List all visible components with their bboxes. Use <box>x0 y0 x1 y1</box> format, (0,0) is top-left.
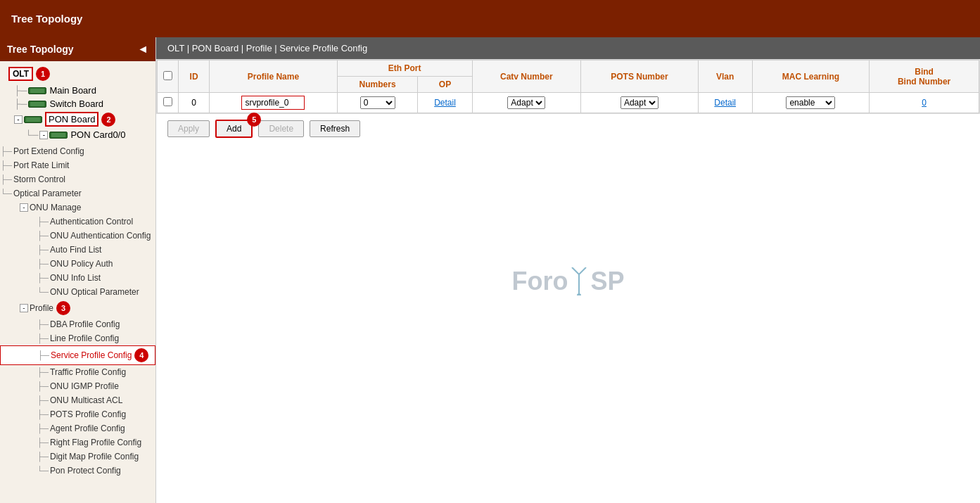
eth-op-detail-link[interactable]: Detail <box>434 98 456 108</box>
pon-card-icon <box>49 132 68 139</box>
pots-select[interactable]: Adapt 0 1 <box>621 96 658 109</box>
olt-item[interactable]: OLT 1 <box>6 65 151 82</box>
badge-4: 4 <box>134 348 148 362</box>
sidebar-item-dba-profile[interactable]: ├─ DBA Profile Config <box>0 317 155 331</box>
pon-card-expand[interactable]: - <box>39 131 48 139</box>
breadcrumb: OLT | PON Board | Profile | Service Prof… <box>156 37 980 59</box>
th-mac-learning: MAC Learning <box>752 61 869 93</box>
th-id: ID <box>179 61 210 93</box>
row-profile-name <box>210 93 338 113</box>
apply-button[interactable]: Apply <box>167 120 210 137</box>
svg-point-3 <box>577 293 581 295</box>
table-container[interactable]: ID Profile Name Eth Port Catv Number POT… <box>156 59 980 114</box>
th-pots-number: POTS Number <box>581 61 698 93</box>
sidebar-item-pon-protect[interactable]: └─ Pon Protect Config <box>0 464 155 478</box>
pon-board-item[interactable]: - PON Board 2 <box>11 110 155 128</box>
svg-line-1 <box>572 267 579 274</box>
vlan-detail-link[interactable]: Detail <box>714 98 736 108</box>
content-area: OLT | PON Board | Profile | Service Prof… <box>156 37 980 503</box>
service-profile-table: ID Profile Name Eth Port Catv Number POT… <box>157 60 979 113</box>
row-eth-numbers: 0 1 2 4 <box>337 93 418 113</box>
sidebar-item-right-flag[interactable]: ├─ Right Flag Profile Config <box>0 435 155 450</box>
watermark-right: SP <box>590 267 624 296</box>
top-header: Tree Topology <box>0 0 980 37</box>
profile-name-input[interactable] <box>241 96 305 110</box>
th-eth-numbers: Numbers <box>337 77 418 93</box>
sidebar-item-auth-control[interactable]: ├─ Authentication Control <box>0 215 155 229</box>
pon-board-icon <box>24 116 42 123</box>
th-eth-port: Eth Port <box>337 61 472 77</box>
catv-select[interactable]: Adapt 0 1 <box>507 96 545 109</box>
sidebar-item-service-profile[interactable]: ├─ Service Profile Config 4 <box>0 345 155 365</box>
main-board-icon <box>28 87 46 94</box>
delete-button[interactable]: Delete <box>258 120 304 137</box>
switch-board-item[interactable]: ├─ Switch Board <box>11 97 155 110</box>
action-bar: Apply Add 5 Delete Refresh <box>156 114 980 144</box>
pon-board-expand[interactable]: - <box>14 115 23 124</box>
sidebar-item-agent-profile[interactable]: ├─ Agent Profile Config <box>0 421 155 435</box>
row-checkbox-cell <box>158 93 179 113</box>
sidebar-item-onu-manage[interactable]: - ONU Manage <box>0 200 155 215</box>
sidebar-item-onu-igmp[interactable]: ├─ ONU IGMP Profile <box>0 379 155 393</box>
switch-board-icon <box>28 101 46 108</box>
app-title: Tree Topology <box>11 13 82 25</box>
watermark-left: Foro <box>511 267 568 296</box>
pon-card-item[interactable]: └─ - PON Card0/0 <box>23 128 155 141</box>
sidebar-item-onu-auth-config[interactable]: ├─ ONU Authentication Config <box>0 229 155 243</box>
sidebar-title: Tree Topology ◄ <box>0 37 155 61</box>
row-mac-learning: enable disable <box>752 93 869 113</box>
th-checkbox <box>158 61 179 93</box>
sidebar: Tree Topology ◄ OLT 1 ├─ Main Board ├─ <box>0 37 156 503</box>
profile-expand[interactable]: - <box>20 304 28 312</box>
row-eth-op: Detail <box>418 93 472 113</box>
sidebar-item-onu-optical[interactable]: └─ ONU Optical Parameter <box>0 285 155 299</box>
th-catv-number: Catv Number <box>472 61 581 93</box>
sidebar-item-optical-param[interactable]: └─ Optical Parameter <box>0 186 155 200</box>
row-catv: Adapt 0 1 <box>472 93 581 113</box>
sidebar-item-digit-map[interactable]: ├─ Digit Map Profile Config <box>0 450 155 464</box>
bind-number-link[interactable]: 0 <box>922 98 927 108</box>
refresh-button[interactable]: Refresh <box>310 120 360 137</box>
sidebar-item-onu-info[interactable]: ├─ ONU Info List <box>0 271 155 285</box>
sidebar-item-traffic-profile[interactable]: ├─ Traffic Profile Config <box>0 365 155 379</box>
sidebar-item-profile[interactable]: - Profile 3 <box>0 299 155 317</box>
sidebar-item-auto-find[interactable]: ├─ Auto Find List <box>0 243 155 257</box>
tree-pon-card: └─ - PON Card0/0 <box>0 128 155 141</box>
row-bind-number: 0 <box>870 93 979 113</box>
tree-olt-node: OLT 1 <box>0 61 155 84</box>
table-row: 0 0 1 2 4 <box>158 93 979 113</box>
main-board-label: Main Board <box>49 85 96 96</box>
sidebar-title-text: Tree Topology <box>7 44 74 55</box>
onu-manage-expand[interactable]: - <box>20 203 28 212</box>
sidebar-item-line-profile[interactable]: ├─ Line Profile Config <box>0 331 155 345</box>
th-profile-name: Profile Name <box>210 61 338 93</box>
row-checkbox[interactable] <box>163 97 172 106</box>
watermark: Foro SP <box>511 267 624 296</box>
content-body: ID Profile Name Eth Port Catv Number POT… <box>156 59 980 503</box>
sidebar-item-port-rate[interactable]: ├─ Port Rate Limit <box>0 158 155 172</box>
th-eth-op: OP <box>418 77 472 93</box>
select-all-checkbox[interactable] <box>163 71 172 80</box>
collapse-arrow[interactable]: ◄ <box>137 43 148 56</box>
pon-board-label: PON Board <box>49 114 95 125</box>
switch-board-label: Switch Board <box>49 98 103 109</box>
eth-numbers-select[interactable]: 0 1 2 4 <box>360 96 395 109</box>
badge-2: 2 <box>101 113 115 127</box>
sidebar-item-onu-policy[interactable]: ├─ ONU Policy Auth <box>0 257 155 271</box>
olt-box: OLT <box>8 67 33 81</box>
main-board-item[interactable]: ├─ Main Board <box>11 84 155 97</box>
badge-3: 3 <box>56 301 70 315</box>
mac-learning-select[interactable]: enable disable <box>786 96 835 109</box>
sidebar-item-pots-profile[interactable]: ├─ POTS Profile Config <box>0 407 155 421</box>
tree-switch-board: ├─ Switch Board <box>0 97 155 110</box>
olt-label: OLT <box>13 69 29 79</box>
sidebar-item-storm-control[interactable]: ├─ Storm Control <box>0 172 155 186</box>
row-vlan: Detail <box>698 93 752 113</box>
sidebar-item-port-extend[interactable]: ├─ Port Extend Config <box>0 144 155 158</box>
row-id: 0 <box>179 93 210 113</box>
tree-pon-board: - PON Board 2 <box>0 110 155 128</box>
badge-1: 1 <box>36 67 50 81</box>
watermark-antenna <box>568 267 590 295</box>
sidebar-item-onu-multicast[interactable]: ├─ ONU Multicast ACL <box>0 393 155 407</box>
th-bind-number: Bind Bind Number <box>870 61 979 93</box>
